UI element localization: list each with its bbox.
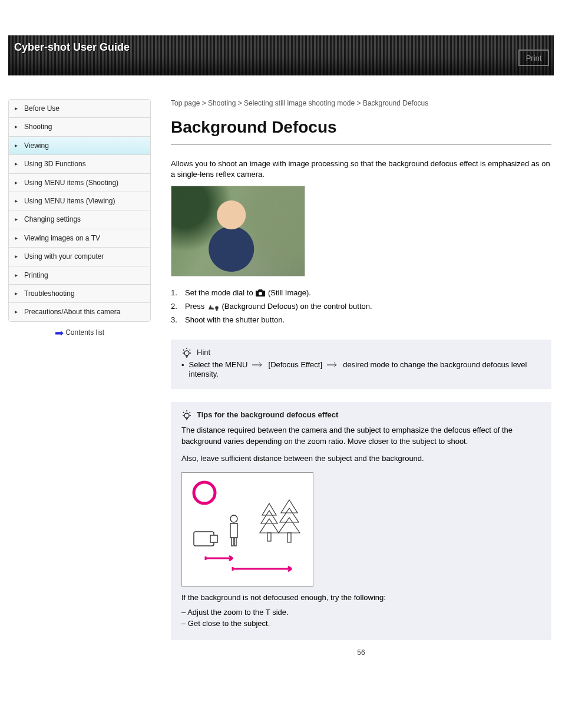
tip-list-text: Get close to the subject. [188,619,270,628]
svg-point-0 [259,292,262,295]
sidebar-item-label: Before Use [24,104,59,113]
tip-head: Tips for the background defocus effect [181,410,541,419]
divider [171,144,551,144]
tip-para-2: Also, leave sufficient distance between … [181,453,541,465]
sidebar-item-troubleshooting[interactable]: Troubleshooting [9,285,150,303]
sidebar-item-label: Viewing [24,141,49,150]
step-text-after: (Still Image). [268,288,311,297]
tip-title: Tips for the background defocus effect [197,410,338,419]
hint-text: Select the MENU [Defocus Effect] desired… [189,360,541,378]
sidebar-item-label: Using MENU items (Shooting) [24,179,118,187]
step-text: Press (Background Defocus) on the contro… [185,301,372,313]
step-number: 2. [171,301,180,313]
step-number: 1. [171,287,180,299]
svg-rect-2 [216,309,217,311]
sidebar-footer[interactable]: ➡ Contents list [8,327,151,340]
sidebar-item-label: Using with your computer [24,252,104,261]
step-text-before: Press [185,302,207,311]
hint-bullet: • Select the MENU [Defocus Effect] desir… [181,360,541,378]
svg-point-4 [184,413,189,418]
step-3: 3. Shoot with the shutter button. [171,314,551,327]
intro-text: Allows you to shoot an image with image … [171,159,551,180]
sidebar-item-label: Shooting [24,123,52,131]
step-text: Set the mode dial to (Still Image). [185,287,311,299]
sidebar-item-computer[interactable]: Using with your computer [9,248,150,266]
sidebar-item-before-use[interactable]: Before Use [9,100,150,118]
sidebar-item-menu-shooting[interactable]: Using MENU items (Shooting) [9,174,150,192]
hint-label: Hint [197,348,210,357]
step-number: 3. [171,314,180,327]
sidebar-item-label: Changing settings [24,215,81,223]
sidebar-item-tv[interactable]: Viewing images on a TV [9,229,150,248]
sidebar-item-label: Using 3D Functions [24,160,86,168]
tip-list: – Adjust the zoom to the T side. – Get c… [181,607,541,630]
print-button[interactable]: Print [518,50,549,66]
steps-list: 1. Set the mode dial to (Still Image). 2… [171,287,551,326]
lightbulb-icon [181,347,192,360]
contents-list-link: Contents list [65,328,104,337]
main-content: Top page > Shooting > Selecting still im… [171,99,551,668]
step-2: 2. Press (Background Defocus) on the con… [171,301,551,313]
sidebar-item-label: Viewing images on a TV [24,234,100,242]
step-1: 1. Set the mode dial to (Still Image). [171,287,551,299]
svg-point-3 [184,351,189,355]
svg-point-1 [215,306,219,309]
header-banner: Cyber-shot User Guide Print [8,35,554,75]
hint-box: Hint • Select the MENU [Defocus Effect] … [171,340,551,389]
svg-rect-9 [267,533,271,541]
hint-text-part: [Defocus Effect] [269,360,325,369]
sidebar-item-printing[interactable]: Printing [9,266,150,285]
sidebar-item-menu-viewing[interactable]: Using MENU items (Viewing) [9,192,150,210]
sidebar-item-3d[interactable]: Using 3D Functions [9,155,150,173]
sidebar-item-precautions[interactable]: Precautions/About this camera [9,303,150,321]
sidebar-list: Before Use Shooting Viewing Using 3D Fun… [8,99,151,322]
svg-point-5 [194,482,215,503]
arrow-right-icon [327,361,339,370]
hint-head: Hint [181,348,541,357]
sidebar: Before Use Shooting Viewing Using 3D Fun… [8,99,151,340]
page-number: 56 [171,648,551,668]
svg-point-8 [230,515,237,522]
camera-icon [255,289,266,297]
sidebar-item-label: Troubleshooting [24,289,75,298]
sidebar-item-label: Using MENU items (Viewing) [24,197,115,205]
sidebar-item-label: Precautions/About this camera [24,308,120,316]
sidebar-item-changing-settings[interactable]: Changing settings [9,210,150,229]
arrow-right-icon [252,361,264,370]
tip-list-text: Adjust the zoom to the T side. [187,608,289,617]
background-defocus-icon [207,301,220,311]
sample-photo [171,186,305,276]
breadcrumb: Top page > Shooting > Selecting still im… [171,99,551,107]
lightbulb-icon [181,409,192,423]
tip-list-item: – Get close to the subject. [181,618,541,630]
tip-list-item: – Adjust the zoom to the T side. [181,607,541,618]
step-text-after: (Background Defocus) on the control butt… [222,302,372,311]
step-text: Shoot with the shutter button. [185,314,285,327]
tip-box: Tips for the background defocus effect T… [171,402,551,640]
svg-rect-10 [287,533,291,542]
sidebar-item-viewing[interactable]: Viewing [9,137,150,155]
svg-rect-7 [210,535,217,542]
arrow-right-icon: ➡ [55,327,64,339]
bullet-dot: • [181,360,184,378]
header-title: Cyber-shot User Guide [14,41,130,54]
hint-text-part: Select the MENU [189,360,250,369]
sidebar-item-shooting[interactable]: Shooting [9,118,150,136]
tip-para-3: If the background is not defocused enoug… [181,592,541,604]
tip-para-1: The distance required between the camera… [181,425,541,447]
distance-diagram [181,472,313,587]
page-title: Background Defocus [171,118,551,137]
sidebar-item-label: Printing [24,271,48,279]
step-text-before: Set the mode dial to [185,288,255,297]
